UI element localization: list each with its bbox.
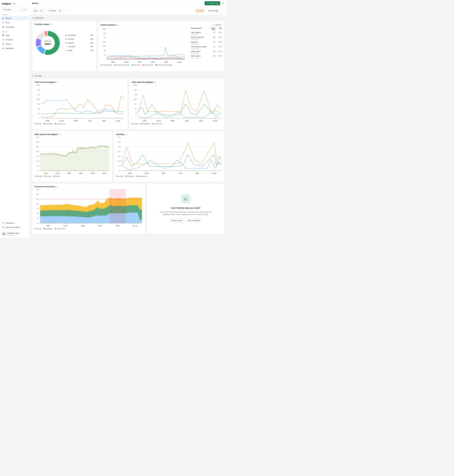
help-icon[interactable]: ? xyxy=(59,133,61,135)
svg-text:0 K: 0 K xyxy=(37,222,39,224)
collapse-volume-icon[interactable] xyxy=(32,76,33,76)
failed-functions-card: Failed functions ? View all 100M10M1M xyxy=(98,21,225,72)
function-status-title: Function status xyxy=(35,23,50,25)
status-label: Completed xyxy=(68,34,76,36)
sidebar-item-functions[interactable]: Functions xyxy=(1,37,28,42)
sidebar-item-integrations[interactable]: Integrations xyxy=(1,221,28,225)
sidebar-item-events[interactable]: Events xyxy=(1,42,28,46)
failed-fn-rate: 0.1% xyxy=(216,36,222,38)
donut-center-value: 2047 xyxy=(45,42,51,46)
col-rate: Rate xyxy=(216,27,222,30)
environment-select[interactable]: Production xyxy=(2,7,23,12)
svg-text:Jun 20: Jun 20 xyxy=(116,120,120,122)
sidebar-item-label: Events xyxy=(6,43,11,45)
failed-fn-runs: 50 xyxy=(207,55,215,57)
col-recently-failed: Recently failed xyxy=(191,27,207,30)
give-feedback-button[interactable]: Give us feedback xyxy=(186,219,202,223)
total-steps-chart: 100M10M1M100K10K10010118:00Jun 1906:0012… xyxy=(131,84,222,122)
refresh-page-button[interactable]: Refresh page xyxy=(204,1,220,5)
legend-item-inngestbot: inngestbot xyxy=(141,123,150,124)
sidebar-item-event-logs[interactable]: Event logs xyxy=(1,25,28,29)
failed-fn-rate: 0.3% xyxy=(216,41,222,43)
command-k-shortcut[interactable]: ⌘ K xyxy=(12,3,17,5)
legend-dot-icon xyxy=(66,39,67,40)
legend-item-growth: growth xyxy=(35,228,42,229)
main-content: OVERVIEW Function status ? Total runs xyxy=(30,15,227,238)
svg-text:100: 100 xyxy=(38,108,40,110)
svg-text:Jun 20: Jun 20 xyxy=(133,225,137,227)
request-charts-button[interactable]: Request charts xyxy=(169,219,184,223)
event-logs-icon xyxy=(2,26,4,28)
legend-dot-icon xyxy=(156,64,157,66)
gear-icon xyxy=(222,2,224,4)
help-icon[interactable]: ? xyxy=(56,186,58,188)
collapse-overview-icon[interactable] xyxy=(32,18,33,19)
status-legend-item: Completed24% xyxy=(66,34,93,36)
user-name: User name xyxy=(7,234,19,236)
legend-dot-icon xyxy=(66,35,67,36)
failed-fn-time: 25 mins ago xyxy=(191,52,207,54)
apps-filter[interactable]: Apps All xyxy=(32,8,46,13)
help-icon[interactable]: ? xyxy=(56,81,59,83)
time-range-select[interactable]: 24 hours ago xyxy=(206,8,225,13)
svg-text:30 K: 30 K xyxy=(36,141,39,143)
functions-icon xyxy=(2,39,4,41)
legend-item-github-pr-bot: github-pr-bot xyxy=(152,123,162,124)
sidebar-item-webhooks[interactable]: Webhooks xyxy=(1,46,28,50)
account-concurrency-title: Account concurrency xyxy=(35,185,55,188)
sidebar-item-label: Metrics xyxy=(6,17,11,19)
account-menu[interactable]: CN Company name User name xyxy=(0,230,29,238)
failed-fn-name: New lead xyxy=(191,41,207,43)
account-concurrency-chart: 35 K30 K25 K20 K15 K10 K5 K0 K18:00Jun 1… xyxy=(35,189,143,227)
svg-text:12:00: 12:00 xyxy=(79,173,83,174)
legend-item-ended: Ended xyxy=(53,176,60,177)
svg-text:10K: 10K xyxy=(103,45,106,47)
help-icon[interactable]: ? xyxy=(117,24,119,26)
help-icon xyxy=(2,226,4,228)
legend-dot-icon xyxy=(66,50,67,51)
functions-filter[interactable]: Functions All xyxy=(47,8,65,13)
sidebar-item-metrics[interactable]: Metrics xyxy=(1,16,28,20)
svg-text:10M: 10M xyxy=(103,33,106,34)
delay-badge: 15m delay xyxy=(195,9,205,13)
failed-fn-time: 35 mins ago xyxy=(191,57,207,59)
legend-item-web-analytics: Web Analytics xyxy=(101,64,112,66)
help-icon[interactable]: ? xyxy=(51,23,53,25)
environment-filter-button[interactable] xyxy=(23,7,27,12)
svg-text:18:00: 18:00 xyxy=(46,120,49,122)
legend-item-started: Started xyxy=(35,176,42,177)
failed-fn-name: Onboarding campaign xyxy=(191,46,207,48)
total-runs-chart: 100M10M1M100K10K10010118:00Jun 1906:0012… xyxy=(35,84,125,122)
svg-text:1: 1 xyxy=(136,117,137,119)
backlog-title: Backlog xyxy=(116,133,124,136)
sidebar-item-runs[interactable]: Runs xyxy=(1,21,28,25)
recently-failed-row[interactable]: Stripe invoice25 mins ago600.07% xyxy=(191,51,222,54)
svg-text:10K: 10K xyxy=(134,103,137,105)
settings-button[interactable] xyxy=(221,1,225,5)
failed-fn-rate: 1.67% xyxy=(216,55,222,57)
recently-failed-row[interactable]: Web Analytics5 mins ago100.5% xyxy=(191,32,222,35)
status-pct: 47% xyxy=(90,38,93,40)
volume-section-header: VOLUME xyxy=(32,75,225,77)
recently-failed-row[interactable]: Web Analytics35 mins ago501.67% xyxy=(191,55,222,59)
svg-text:Jun 19: Jun 19 xyxy=(144,173,149,174)
svg-text:100M: 100M xyxy=(102,28,106,30)
svg-text:18:00: 18:00 xyxy=(116,225,119,227)
status-pct: 15% xyxy=(90,42,93,44)
view-all-button[interactable]: View all xyxy=(212,23,222,27)
svg-text:5 K: 5 K xyxy=(119,165,121,167)
arrow-up-right-icon xyxy=(213,24,214,26)
recently-failed-row[interactable]: New lead20 mins ago400.3% xyxy=(191,41,222,45)
svg-text:06:00: 06:00 xyxy=(162,173,165,174)
sliders-icon xyxy=(24,8,26,10)
svg-text:1M: 1M xyxy=(104,37,106,38)
svg-text:100: 100 xyxy=(134,108,137,110)
help-icon[interactable]: ? xyxy=(154,81,156,83)
help-icon[interactable]: ? xyxy=(125,133,127,135)
sidebar-item-apps[interactable]: Apps xyxy=(1,33,28,37)
sidebar-item-label: Apps xyxy=(6,34,10,36)
sidebar-item-help-and-feedback[interactable]: Help and feedback xyxy=(1,225,28,229)
apps-icon xyxy=(2,34,4,36)
recently-failed-row[interactable]: Deploy notification10 mins ago7000.1% xyxy=(191,36,222,40)
recently-failed-row[interactable]: Onboarding campaign22 mins ago100.5% xyxy=(191,46,222,49)
